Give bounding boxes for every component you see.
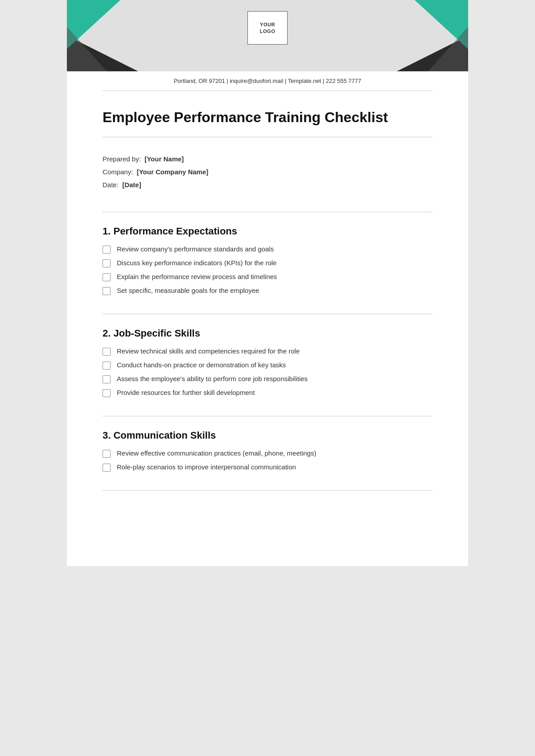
checklist-item[interactable]: Provide resources for further skill deve… (103, 389, 432, 397)
section-1: 1. Performance ExpectationsReview compan… (103, 226, 432, 305)
meta-divider (103, 212, 432, 212)
document-title: Employee Performance Training Checklist (103, 109, 432, 126)
checkbox[interactable] (103, 362, 111, 370)
checkbox[interactable] (103, 450, 111, 458)
contact-info: Portland, OR 97201 | inquire@duofort.mai… (174, 78, 362, 84)
meta-section: Prepared by: [Your Name] Company: [Your … (103, 146, 432, 203)
checklist-item[interactable]: Review effective communication practices… (103, 449, 432, 458)
left-decoration (67, 0, 147, 71)
right-decoration (388, 0, 468, 71)
date-row: Date: [Date] (103, 181, 432, 189)
checklist-item-text: Conduct hands-on practice or demonstrati… (117, 361, 286, 369)
checkbox[interactable] (103, 375, 111, 383)
checklist-item[interactable]: Review company's performance standards a… (103, 245, 432, 254)
svg-marker-5 (428, 27, 468, 71)
date-value: [Date] (122, 181, 141, 189)
prepared-by-value: [Your Name] (144, 155, 184, 163)
page: YOUR LOGO Portland, OR 97201 | inquire@d… (67, 0, 468, 566)
checkbox[interactable] (103, 348, 111, 356)
checklist-item[interactable]: Discuss key performance indicators (KPIs… (103, 259, 432, 267)
checklist-item[interactable]: Explain the performance review process a… (103, 273, 432, 281)
checklist-item-text: Explain the performance review process a… (117, 273, 277, 280)
section-title-1: 1. Performance Expectations (103, 226, 432, 237)
contact-bar: Portland, OR 97201 | inquire@duofort.mai… (67, 71, 468, 90)
checklist-item[interactable]: Assess the employee's ability to perform… (103, 375, 432, 383)
checklist-item-text: Review technical skills and competencies… (117, 347, 300, 355)
checklist-item-text: Set specific, measurable goals for the e… (117, 287, 259, 294)
checkbox[interactable] (103, 287, 111, 295)
checklist-item-text: Role-play scenarios to improve interpers… (117, 463, 296, 471)
checkbox[interactable] (103, 389, 111, 397)
checklist-item[interactable]: Role-play scenarios to improve interpers… (103, 463, 432, 472)
checklist-item-text: Provide resources for further skill deve… (117, 389, 255, 396)
checklist-item[interactable]: Set specific, measurable goals for the e… (103, 287, 432, 295)
checklist-item-text: Review company's performance standards a… (117, 245, 274, 253)
section-divider-3 (103, 490, 432, 491)
main-content: Employee Performance Training Checklist … (67, 91, 468, 526)
title-divider (103, 137, 432, 137)
svg-marker-2 (67, 27, 107, 71)
checkbox[interactable] (103, 246, 111, 254)
logo-box: YOUR LOGO (247, 11, 288, 45)
date-label: Date: (103, 181, 119, 189)
company-value: [Your Company Name] (137, 168, 209, 176)
company-label: Company: (103, 168, 133, 176)
sections-container: 1. Performance ExpectationsReview compan… (103, 226, 432, 491)
header: YOUR LOGO (67, 0, 468, 71)
prepared-by-label: Prepared by: (103, 155, 141, 163)
checkbox[interactable] (103, 259, 111, 267)
checklist-item[interactable]: Conduct hands-on practice or demonstrati… (103, 361, 432, 370)
section-divider-2 (103, 416, 432, 416)
section-3: 3. Communication SkillsReview effective … (103, 430, 432, 481)
checklist-item-text: Discuss key performance indicators (KPIs… (117, 259, 276, 267)
section-title-2: 2. Job-Specific Skills (103, 328, 432, 339)
checklist-item[interactable]: Review technical skills and competencies… (103, 347, 432, 356)
section-title-3: 3. Communication Skills (103, 430, 432, 441)
logo-text: YOUR LOGO (260, 21, 275, 34)
checklist-item-text: Assess the employee's ability to perform… (117, 375, 308, 382)
section-divider-1 (103, 314, 432, 314)
checklist-item-text: Review effective communication practices… (117, 449, 316, 457)
checkbox[interactable] (103, 464, 111, 472)
prepared-by-row: Prepared by: [Your Name] (103, 155, 432, 163)
checkbox[interactable] (103, 273, 111, 281)
company-row: Company: [Your Company Name] (103, 168, 432, 176)
section-2: 2. Job-Specific SkillsReview technical s… (103, 328, 432, 407)
